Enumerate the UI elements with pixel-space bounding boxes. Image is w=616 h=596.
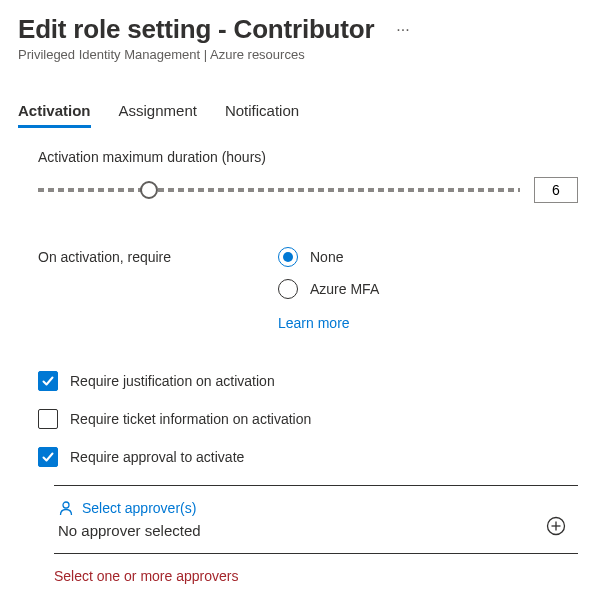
radio-mfa-indicator: [278, 279, 298, 299]
plus-circle-icon: [546, 516, 566, 536]
radio-none[interactable]: None: [278, 247, 379, 267]
radio-none-indicator: [278, 247, 298, 267]
approvers-block: Select approver(s) No approver selected: [54, 485, 578, 554]
on-activation-require-label: On activation, require: [38, 249, 278, 265]
no-approver-text: No approver selected: [58, 522, 201, 539]
add-approver-button[interactable]: [546, 516, 568, 538]
checkbox-ticket-box: [38, 409, 58, 429]
checkbox-approval-box: [38, 447, 58, 467]
radio-none-label: None: [310, 249, 343, 265]
svg-point-0: [63, 502, 69, 508]
tab-notification[interactable]: Notification: [225, 96, 299, 127]
select-approvers-label: Select approver(s): [82, 500, 196, 516]
checkbox-ticket-label: Require ticket information on activation: [70, 411, 311, 427]
check-icon: [41, 450, 55, 464]
duration-slider[interactable]: [38, 180, 520, 200]
learn-more-link[interactable]: Learn more: [278, 315, 379, 331]
checkbox-require-ticket[interactable]: Require ticket information on activation: [38, 409, 578, 429]
checkbox-approval-label: Require approval to activate: [70, 449, 244, 465]
person-icon: [58, 500, 74, 516]
checkbox-require-justification[interactable]: Require justification on activation: [38, 371, 578, 391]
check-icon: [41, 374, 55, 388]
checkbox-justification-label: Require justification on activation: [70, 373, 275, 389]
tabs: Activation Assignment Notification: [18, 96, 598, 127]
radio-mfa-label: Azure MFA: [310, 281, 379, 297]
slider-thumb[interactable]: [140, 181, 158, 199]
breadcrumb: Privileged Identity Management | Azure r…: [18, 47, 598, 62]
more-actions-button[interactable]: ···: [390, 21, 415, 39]
radio-azure-mfa[interactable]: Azure MFA: [278, 279, 379, 299]
duration-label: Activation maximum duration (hours): [38, 149, 578, 165]
select-approvers-link[interactable]: Select approver(s): [58, 500, 201, 516]
tab-assignment[interactable]: Assignment: [119, 96, 197, 127]
duration-input[interactable]: [534, 177, 578, 203]
page-title: Edit role setting - Contributor: [18, 14, 374, 45]
approvers-error-text: Select one or more approvers: [54, 568, 578, 584]
checkbox-justification-box: [38, 371, 58, 391]
tab-activation[interactable]: Activation: [18, 96, 91, 127]
checkbox-require-approval[interactable]: Require approval to activate: [38, 447, 578, 467]
